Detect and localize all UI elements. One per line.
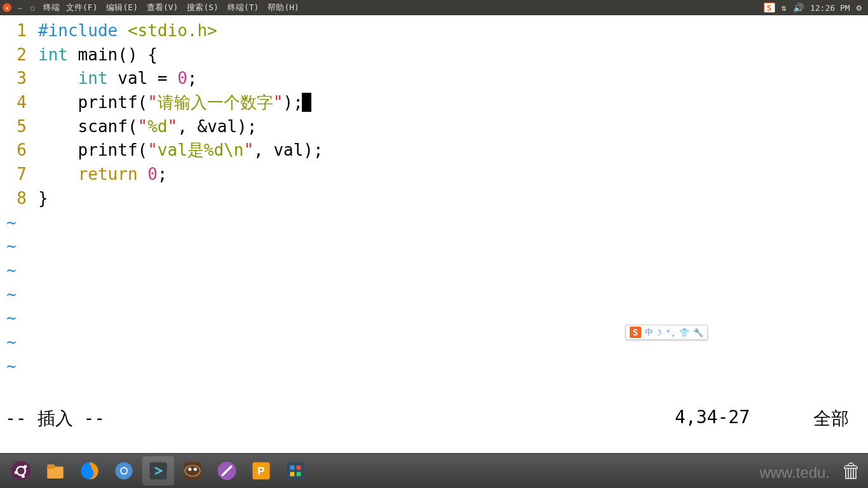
minimize-button[interactable]: – <box>15 3 24 12</box>
launcher-sublime-icon[interactable] <box>142 456 174 485</box>
code-content[interactable]: int main() { <box>38 43 868 67</box>
vim-status-line: -- 插入 -- 4,34-27 全部 <box>5 407 862 431</box>
close-button[interactable]: ✕ <box>3 3 11 12</box>
svg-rect-19 <box>287 462 304 479</box>
code-line[interactable]: 6 printf("val是%d\n", val); <box>0 139 868 163</box>
ime-logo-icon: S <box>630 327 641 338</box>
ime-moon-icon[interactable]: ☽ <box>657 328 662 337</box>
line-number: 5 <box>0 115 38 139</box>
app-label: 终端 <box>43 2 60 13</box>
launcher-firefox-icon[interactable] <box>74 456 105 485</box>
ime-shirt-icon[interactable]: 👕 <box>679 328 689 337</box>
editor-area[interactable]: 1#include <stdio.h>2int main() {3 int va… <box>0 15 868 434</box>
ime-indicator-icon[interactable]: S <box>764 3 775 13</box>
code-content[interactable]: int val = 0; <box>38 67 868 91</box>
svg-point-13 <box>188 468 191 471</box>
menu-search[interactable]: 搜索(S) <box>187 2 218 13</box>
svg-rect-21 <box>297 466 301 470</box>
empty-line-tilde: ~ <box>0 355 868 379</box>
launcher-wps-icon[interactable]: P <box>245 456 277 485</box>
code-content[interactable]: scanf("%d", &val); <box>38 115 868 139</box>
ime-wrench-icon[interactable]: 🔧 <box>693 328 703 337</box>
empty-line-tilde: ~ <box>0 259 868 283</box>
svg-rect-20 <box>290 466 295 470</box>
line-number: 2 <box>0 43 38 67</box>
text-cursor <box>302 93 311 112</box>
watermark: www.tedu. <box>759 464 830 482</box>
launcher-files-icon[interactable] <box>39 456 71 485</box>
svg-point-10 <box>121 468 127 474</box>
vim-mode: -- 插入 -- <box>5 407 105 431</box>
code-line[interactable]: 8} <box>0 187 868 211</box>
clock[interactable]: 12:26 PM <box>810 3 850 13</box>
ime-mode[interactable]: 中 <box>645 327 653 338</box>
vim-position: 4,34-27 <box>675 407 750 431</box>
menu-help[interactable]: 帮助(H) <box>268 2 299 13</box>
svg-rect-12 <box>184 462 201 479</box>
launcher-chromium-icon[interactable] <box>108 456 140 485</box>
empty-line-tilde: ~ <box>0 211 868 235</box>
line-number: 8 <box>0 187 38 211</box>
menu-items: 文件(F) 编辑(E) 查看(V) 搜索(S) 终端(T) 帮助(H) <box>66 2 299 13</box>
launcher-pinta-icon[interactable] <box>211 456 243 485</box>
line-number: 6 <box>0 139 38 163</box>
menubar: ✕ – ▢ 终端 文件(F) 编辑(E) 查看(V) 搜索(S) 终端(T) 帮… <box>0 0 868 15</box>
menu-file[interactable]: 文件(F) <box>66 2 97 13</box>
maximize-button[interactable]: ▢ <box>28 3 37 12</box>
line-number: 4 <box>0 91 38 115</box>
svg-rect-11 <box>149 462 166 479</box>
empty-line-tilde: ~ <box>0 283 868 307</box>
svg-point-14 <box>194 468 197 471</box>
svg-text:P: P <box>257 465 264 477</box>
svg-rect-6 <box>47 464 55 469</box>
menu-terminal[interactable]: 终端(T) <box>227 2 259 13</box>
svg-rect-22 <box>290 472 295 477</box>
svg-point-2 <box>24 465 27 468</box>
trash-icon[interactable]: 🗑 <box>841 459 862 483</box>
code-line[interactable]: 4 printf("请输入一个数字"); <box>0 91 868 115</box>
line-number: 1 <box>0 19 38 43</box>
launcher-gimp-icon[interactable] <box>177 456 208 485</box>
menu-edit[interactable]: 编辑(E) <box>106 2 137 13</box>
launcher-apps-icon[interactable] <box>280 456 311 485</box>
ime-toolbar[interactable]: S 中 ☽ °, 👕 🔧 <box>625 325 708 340</box>
network-icon[interactable]: ⇅ <box>782 3 787 13</box>
vim-scroll: 全部 <box>813 407 849 431</box>
svg-point-4 <box>22 475 25 478</box>
empty-line-tilde: ~ <box>0 234 868 259</box>
code-line[interactable]: 5 scanf("%d", &val); <box>0 115 868 139</box>
code-line[interactable]: 2int main() { <box>0 43 868 67</box>
code-content[interactable]: } <box>38 187 868 211</box>
launcher-ubuntu-icon[interactable] <box>5 456 37 485</box>
code-content[interactable]: printf("val是%d\n", val); <box>38 139 868 163</box>
code-content[interactable]: return 0; <box>38 163 868 187</box>
volume-icon[interactable]: 🔊 <box>793 3 804 13</box>
empty-line-tilde: ~ <box>0 306 868 330</box>
svg-rect-23 <box>297 472 301 477</box>
code-line[interactable]: 7 return 0; <box>0 163 868 187</box>
line-number: 7 <box>0 163 38 187</box>
window-controls: ✕ – ▢ <box>3 3 37 12</box>
code-content[interactable]: #include <stdio.h> <box>38 19 868 43</box>
ime-punct-icon[interactable]: °, <box>666 328 676 337</box>
code-line[interactable]: 1#include <stdio.h> <box>0 19 868 43</box>
empty-line-tilde: ~ <box>0 330 868 355</box>
svg-point-0 <box>11 461 31 481</box>
svg-point-3 <box>15 471 18 474</box>
system-tray: S ⇅ 🔊 12:26 PM ⚙ <box>764 3 866 13</box>
line-number: 3 <box>0 67 38 91</box>
settings-gear-icon[interactable]: ⚙ <box>857 3 862 13</box>
menu-view[interactable]: 查看(V) <box>147 2 178 13</box>
code-line[interactable]: 3 int val = 0; <box>0 67 868 91</box>
taskbar: P www.tedu. 🗑 <box>0 453 868 488</box>
code-content[interactable]: printf("请输入一个数字"); <box>38 91 868 115</box>
